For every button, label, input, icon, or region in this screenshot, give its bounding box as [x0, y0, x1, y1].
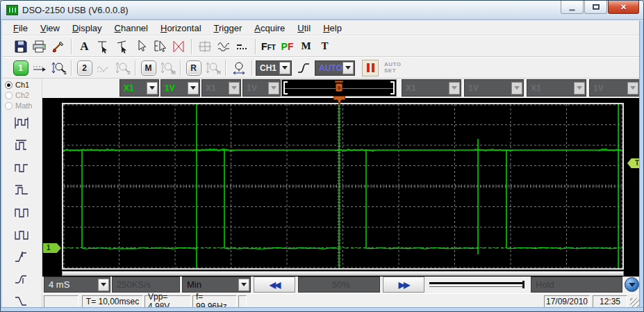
menu-channel[interactable]: Channel [108, 22, 154, 35]
window-frame [1, 307, 643, 311]
menu-horizontal[interactable]: Horizontal [154, 22, 208, 35]
cursor-vertical-button[interactable] [150, 38, 169, 56]
trigger-mode-select[interactable]: AUTO [315, 60, 355, 76]
compact-view-button[interactable] [625, 277, 639, 292]
square-wave-icon[interactable] [13, 204, 30, 222]
duty-cycle-icon[interactable] [13, 160, 30, 178]
waveform-display-button[interactable] [214, 38, 233, 56]
slider-thumb[interactable] [522, 281, 525, 288]
trigger-position-handle[interactable]: 0 [334, 81, 344, 92]
ch1-level-marker[interactable]: 1 [43, 243, 61, 253]
rise-time-icon[interactable] [13, 249, 30, 267]
maximize-icon [593, 4, 600, 10]
math-button[interactable]: M [139, 59, 158, 77]
menu-help[interactable]: Help [317, 22, 348, 35]
scroll-left-button[interactable]: ◀◀ [254, 277, 295, 293]
radio-icon[interactable] [5, 92, 13, 99]
horizontal-zoom-button[interactable] [229, 59, 248, 77]
minimize-button[interactable] [561, 1, 584, 14]
label-tool-button[interactable]: T [315, 38, 334, 56]
chevron-down-icon[interactable] [98, 279, 109, 291]
pass-fail-button[interactable]: PF [278, 38, 297, 56]
menu-display[interactable]: Display [66, 22, 108, 35]
ch-right-scale-select-1[interactable]: 1V [464, 79, 524, 97]
trigger-position-marker[interactable] [333, 96, 345, 106]
period-measure-icon[interactable] [13, 115, 30, 133]
save-button[interactable] [11, 38, 30, 56]
radio-icon[interactable] [5, 81, 13, 89]
window-frame [639, 21, 643, 309]
chevron-down-icon[interactable] [627, 82, 638, 95]
waveform-icon [216, 40, 231, 54]
cursor-arrow-button[interactable] [131, 38, 150, 56]
chevron-down-icon[interactable] [574, 82, 585, 95]
horizontal-preview[interactable]: 0 [281, 79, 397, 97]
ch1-position-button[interactable] [30, 59, 49, 77]
ref-button[interactable]: R [184, 59, 203, 77]
toolbar-separator [71, 60, 72, 76]
close-button[interactable]: ✕ [608, 1, 639, 14]
print-button[interactable] [30, 38, 49, 56]
radio-icon[interactable] [5, 102, 13, 110]
resize-grip[interactable] [630, 298, 639, 307]
menu-acquire[interactable]: Acquire [248, 22, 291, 35]
ch-left-scale-select-1[interactable]: 1V [160, 79, 200, 97]
chevron-down-icon[interactable] [342, 62, 354, 74]
maximize-button[interactable] [584, 1, 607, 14]
chevron-down-icon[interactable] [229, 82, 240, 95]
grid-toggle-button[interactable] [195, 38, 214, 56]
measure-label: M [301, 40, 311, 52]
fall-time-icon[interactable] [13, 271, 30, 289]
ch-left-scale-select-2[interactable]: X1 [201, 79, 241, 97]
ch1-button[interactable]: 1 [11, 59, 30, 77]
ch2-zoom-button[interactable]: 2 [113, 59, 131, 77]
square-wave-alt-icon[interactable] [13, 227, 30, 245]
trigger-slope-button[interactable] [294, 59, 313, 77]
trigger-source-select[interactable]: CH1 [256, 60, 292, 76]
options-button[interactable] [49, 38, 67, 56]
menu-util[interactable]: Util [291, 22, 317, 35]
math-zoom-button[interactable]: M [158, 59, 176, 77]
pause-button[interactable] [362, 60, 379, 76]
ch-left-scale-select-3[interactable]: 1V [242, 79, 281, 97]
pass-label: P [281, 41, 288, 52]
scroll-right-button[interactable]: ▶▶ [383, 277, 424, 293]
menu-view[interactable]: View [34, 22, 66, 35]
menu-trigger[interactable]: Trigger [208, 22, 249, 35]
hold-readout: Hold [531, 277, 622, 293]
cursor-slope-button[interactable] [113, 38, 131, 56]
ch1-zoom-button[interactable]: 1 [49, 59, 67, 77]
position-slider[interactable] [429, 277, 527, 293]
channel-radio-ch1[interactable]: Ch1 [5, 81, 42, 89]
interpolation-select[interactable]: Min [182, 277, 251, 293]
title-bar[interactable]: DSO-2150 USB (V6.0.0.8) ✕ [1, 1, 643, 20]
ch-right-scale-select-0[interactable]: X1 [402, 79, 461, 97]
timebase-select[interactable]: 4 mS [44, 277, 110, 293]
menu-file[interactable]: File [7, 22, 34, 35]
measure-button[interactable]: M [297, 38, 315, 56]
pulse-measure-icon[interactable] [13, 182, 30, 200]
chevron-down-icon[interactable] [238, 279, 249, 291]
ch-right-scale-select-2[interactable]: X1 [527, 79, 586, 97]
cursor-horizontal-button[interactable] [94, 38, 113, 56]
chevron-down-icon[interactable] [147, 82, 158, 95]
chevron-down-icon[interactable] [279, 62, 290, 74]
pulse-width-icon[interactable] [13, 138, 30, 156]
ch2-waveform-button[interactable] [94, 59, 113, 77]
scale-value: X1 [402, 83, 449, 93]
ch2-button[interactable]: 2 [75, 59, 94, 77]
ch-left-scale-select-0[interactable]: X1 [119, 79, 159, 97]
ref-zoom-button[interactable]: R [203, 59, 222, 77]
ch-right-scale-select-3[interactable]: 1V [589, 79, 640, 97]
autoset-button[interactable]: AUTO SET [384, 62, 402, 74]
horizontal-scrollbar[interactable] [62, 271, 624, 276]
dotted-line-button[interactable] [233, 38, 251, 56]
vpp-readout: Vpp= 4,98V [145, 295, 191, 308]
chevron-down-icon[interactable] [268, 82, 279, 95]
clear-cursors-button[interactable] [169, 38, 188, 56]
text-tool-button[interactable]: A [75, 38, 94, 56]
fft-button[interactable]: FFT [259, 38, 278, 56]
chevron-down-icon[interactable] [511, 82, 522, 95]
chevron-down-icon[interactable] [188, 82, 199, 95]
chevron-down-icon[interactable] [449, 82, 460, 95]
